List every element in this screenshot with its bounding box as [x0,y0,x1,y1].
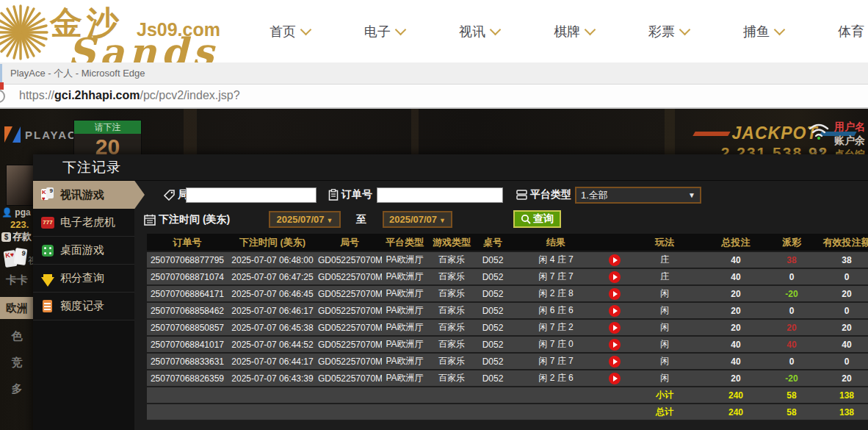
nav-item-board[interactable]: 棋牌 [527,23,621,40]
cell-round: GD052257070MP [317,285,382,302]
cell-valid-bet: 0 [814,302,868,319]
cell-total-bet: 40 [702,336,770,353]
col-round: 局号 [317,234,382,251]
col-valid-bet: 有效投注额 [814,234,868,251]
cell-order: 250707068871074 [147,268,228,285]
nav-item-fishing[interactable]: 捕鱼 [716,23,811,40]
screen: 金沙 Js09.com Sands 首页 电子 视讯 棋牌 彩票 捕鱼 体育 P… [0,0,868,430]
chevron-down-icon [490,24,502,35]
cell-payout: -20 [770,370,814,387]
cell-table-no: D052 [476,302,510,319]
modal-content: 局号 订单号 平台类型 1.全部 ▼ [134,181,868,430]
col-payout: 派彩 [770,234,814,251]
rail-tab-se[interactable]: 色 [0,325,34,347]
url-host: gci.2hhapi.com [54,89,140,101]
balance-label: 账户余 [834,135,865,148]
replay-button[interactable] [609,254,621,266]
nav-label: 视讯 [459,23,485,40]
cell-valid-bet: 20 [814,319,868,336]
cell-result: 闲 2 庄 8 [510,285,602,302]
sidebar-label: 视讯游戏 [60,188,104,202]
backdrop-stripe [184,109,197,160]
sidebar-item-live-games[interactable]: K♥9 视讯游戏 [33,181,145,209]
cell-total-bet: 40 [702,353,770,370]
cell-round: GD052257070MM [317,336,382,353]
replay-button[interactable] [609,271,621,283]
subtotal-label: 小计 [627,387,702,404]
sidebar-item-slots[interactable]: 777 电子老虎机 [33,209,134,237]
platform-selected-value: 1.全部 [581,189,608,202]
cell-round: GD052257070ML [317,353,382,370]
cell-table-no: D052 [476,285,510,302]
rail-tab-jing[interactable]: 竞 [0,351,34,373]
gem-icon [40,271,55,286]
cell-time: 2025-07-07 06:47:25 [228,268,317,285]
replay-button[interactable] [609,305,621,317]
cell-game-type: 百家乐 [427,336,476,353]
cell-round: GD052257070MR [317,251,382,268]
table-row: 250707068877795 2025-07-07 06:48:00 GD05… [147,251,868,268]
dice-icon [40,243,55,258]
cell-valid-bet: 20 [814,285,868,302]
col-result: 结果 [510,234,602,251]
site-logo[interactable]: 金沙 Js09.com Sands [0,0,220,62]
date-from-dropdown[interactable]: 2025/07/07▼ [269,211,341,228]
url-text[interactable]: https://gci.2hhapi.com/pc/pcv2/index.jsp… [19,89,240,102]
play-icon [613,274,618,280]
replay-button[interactable] [609,339,621,351]
bet-records-modal: 下注记录 K♥9 视讯游戏 777 电子老虎机 桌面游戏 积分查询 [33,154,868,430]
modal-sidebar: K♥9 视讯游戏 777 电子老虎机 桌面游戏 积分查询 额度记录 [33,181,134,430]
replay-button[interactable] [609,322,621,334]
date-to-dropdown[interactable]: 2025/07/07▼ [383,211,452,228]
play-icon [613,257,618,263]
chevron-down-icon [300,24,312,35]
caret-down-icon: ▼ [439,217,446,224]
cell-time: 2025-07-07 06:48:00 [228,251,317,268]
cell-platform: PA欧洲厅 [382,285,427,302]
cell-table-no: D052 [476,353,510,370]
balance-value: 223. [10,219,29,230]
total-label: 总计 [627,404,702,420]
site-info-icon[interactable] [0,90,5,103]
table-header-row: 订单号 下注时间 (美东) 局号 平台类型 游戏类型 桌号 结果 玩法 总投注 … [147,234,868,251]
cell-total-bet: 20 [702,319,770,336]
cell-round: GD052257070MQ [317,268,382,285]
replay-button[interactable] [609,356,621,368]
cell-time: 2025-07-07 06:46:45 [228,285,317,302]
cell-game-type: 百家乐 [427,251,476,268]
browser-urlbar[interactable]: https://gci.2hhapi.com/pc/pcv2/index.jsp… [0,85,868,109]
cell-replay [602,302,627,319]
sidebar-item-table-games[interactable]: 桌面游戏 [33,237,134,265]
deposit-button[interactable]: $存款 [1,230,32,243]
search-button[interactable]: 查询 [513,210,561,228]
cell-round: GD052257070MO [317,302,382,319]
cell-platform: PA欧洲厅 [382,268,427,285]
replay-button[interactable] [609,288,621,300]
cell-time: 2025-07-07 06:43:39 [228,370,317,387]
platform-select[interactable]: 1.全部 ▼ [575,187,701,204]
round-input[interactable] [186,187,317,203]
nav-item-sports[interactable]: 体育 [811,23,868,40]
nav-item-slots[interactable]: 电子 [337,23,432,40]
cell-total-bet: 20 [702,302,770,319]
nav-item-lottery[interactable]: 彩票 [621,23,716,40]
nav-item-live[interactable]: 视讯 [432,23,527,40]
col-time: 下注时间 (美东) [228,234,317,251]
sidebar-item-credit-records[interactable]: 额度记录 [33,293,134,320]
replay-button[interactable] [609,373,621,384]
cell-platform: PA欧洲厅 [382,302,427,319]
avatar[interactable] [6,165,35,206]
nav-label: 体育 [838,23,864,40]
rail-tab-europe[interactable]: 欧洲 [0,297,34,319]
total-row: 总计 240 58 138 [147,404,868,420]
nav-item-home[interactable]: 首页 [242,23,337,40]
sidebar-item-points[interactable]: 积分查询 [33,265,134,293]
cell-payout: -20 [770,285,814,302]
rail-tab-duo[interactable]: 多 [0,378,34,400]
cell-result: 闲 7 庄 2 [510,319,602,336]
order-input[interactable] [377,187,503,203]
chevron-down-icon [395,24,407,35]
table-row: 250707068826359 2025-07-07 06:43:39 GD05… [147,370,868,387]
sidebar-label: 积分查询 [60,271,104,285]
rail-tab-cards[interactable]: 卡卡 [0,269,34,291]
